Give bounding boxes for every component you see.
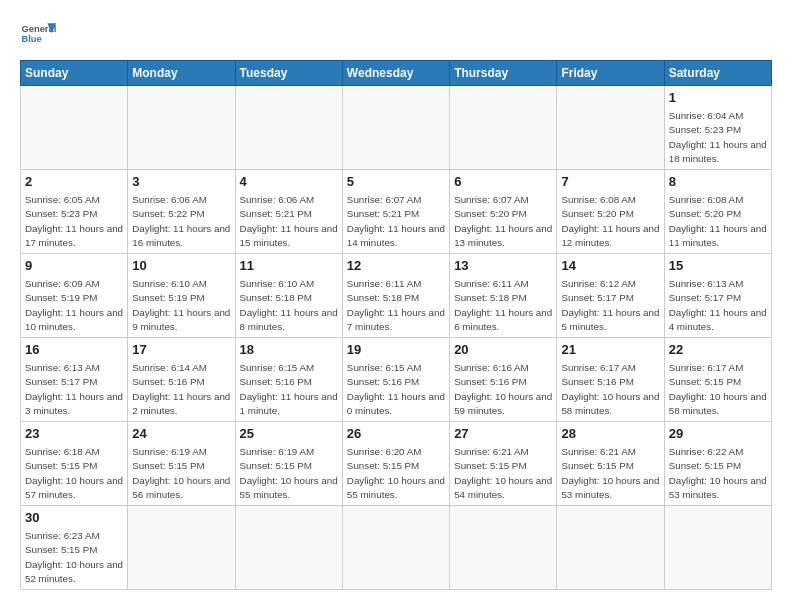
calendar-cell: 22Sunrise: 6:17 AM Sunset: 5:15 PM Dayli… [664,338,771,422]
calendar-week-5: 23Sunrise: 6:18 AM Sunset: 5:15 PM Dayli… [21,422,772,506]
day-info: Sunrise: 6:07 AM Sunset: 5:20 PM Dayligh… [454,193,552,250]
day-number: 1 [669,89,767,107]
day-header-sunday: Sunday [21,61,128,86]
day-number: 21 [561,341,659,359]
calendar-week-6: 30Sunrise: 6:23 AM Sunset: 5:15 PM Dayli… [21,506,772,590]
day-info: Sunrise: 6:11 AM Sunset: 5:18 PM Dayligh… [454,277,552,334]
logo-icon: General Blue [20,16,56,52]
day-info: Sunrise: 6:04 AM Sunset: 5:23 PM Dayligh… [669,109,767,166]
day-number: 6 [454,173,552,191]
calendar-cell: 30Sunrise: 6:23 AM Sunset: 5:15 PM Dayli… [21,506,128,590]
day-info: Sunrise: 6:11 AM Sunset: 5:18 PM Dayligh… [347,277,445,334]
day-info: Sunrise: 6:19 AM Sunset: 5:15 PM Dayligh… [132,445,230,502]
day-number: 26 [347,425,445,443]
day-number: 24 [132,425,230,443]
calendar-cell: 10Sunrise: 6:10 AM Sunset: 5:19 PM Dayli… [128,254,235,338]
calendar-cell: 9Sunrise: 6:09 AM Sunset: 5:19 PM Daylig… [21,254,128,338]
day-number: 13 [454,257,552,275]
day-info: Sunrise: 6:14 AM Sunset: 5:16 PM Dayligh… [132,361,230,418]
calendar-cell: 21Sunrise: 6:17 AM Sunset: 5:16 PM Dayli… [557,338,664,422]
calendar-cell: 24Sunrise: 6:19 AM Sunset: 5:15 PM Dayli… [128,422,235,506]
calendar-cell [342,86,449,170]
calendar-cell: 4Sunrise: 6:06 AM Sunset: 5:21 PM Daylig… [235,170,342,254]
day-header-saturday: Saturday [664,61,771,86]
day-info: Sunrise: 6:20 AM Sunset: 5:15 PM Dayligh… [347,445,445,502]
calendar-cell [664,506,771,590]
day-number: 30 [25,509,123,527]
day-info: Sunrise: 6:23 AM Sunset: 5:15 PM Dayligh… [25,529,123,586]
day-number: 16 [25,341,123,359]
calendar-week-4: 16Sunrise: 6:13 AM Sunset: 5:17 PM Dayli… [21,338,772,422]
day-info: Sunrise: 6:08 AM Sunset: 5:20 PM Dayligh… [561,193,659,250]
calendar-cell: 29Sunrise: 6:22 AM Sunset: 5:15 PM Dayli… [664,422,771,506]
day-header-thursday: Thursday [450,61,557,86]
calendar-cell: 19Sunrise: 6:15 AM Sunset: 5:16 PM Dayli… [342,338,449,422]
day-number: 11 [240,257,338,275]
day-number: 15 [669,257,767,275]
calendar-cell: 6Sunrise: 6:07 AM Sunset: 5:20 PM Daylig… [450,170,557,254]
day-number: 10 [132,257,230,275]
calendar-cell: 18Sunrise: 6:15 AM Sunset: 5:16 PM Dayli… [235,338,342,422]
day-info: Sunrise: 6:12 AM Sunset: 5:17 PM Dayligh… [561,277,659,334]
calendar-table: SundayMondayTuesdayWednesdayThursdayFrid… [20,60,772,590]
calendar-cell: 26Sunrise: 6:20 AM Sunset: 5:15 PM Dayli… [342,422,449,506]
day-number: 19 [347,341,445,359]
day-number: 3 [132,173,230,191]
day-info: Sunrise: 6:06 AM Sunset: 5:22 PM Dayligh… [132,193,230,250]
calendar-cell: 11Sunrise: 6:10 AM Sunset: 5:18 PM Dayli… [235,254,342,338]
day-number: 17 [132,341,230,359]
calendar-cell [450,506,557,590]
day-info: Sunrise: 6:15 AM Sunset: 5:16 PM Dayligh… [347,361,445,418]
calendar-cell: 15Sunrise: 6:13 AM Sunset: 5:17 PM Dayli… [664,254,771,338]
calendar-header: SundayMondayTuesdayWednesdayThursdayFrid… [21,61,772,86]
day-number: 27 [454,425,552,443]
day-info: Sunrise: 6:13 AM Sunset: 5:17 PM Dayligh… [669,277,767,334]
day-info: Sunrise: 6:05 AM Sunset: 5:23 PM Dayligh… [25,193,123,250]
calendar-cell: 1Sunrise: 6:04 AM Sunset: 5:23 PM Daylig… [664,86,771,170]
calendar-cell [557,506,664,590]
day-info: Sunrise: 6:21 AM Sunset: 5:15 PM Dayligh… [561,445,659,502]
day-number: 28 [561,425,659,443]
calendar-cell [128,506,235,590]
calendar-cell: 23Sunrise: 6:18 AM Sunset: 5:15 PM Dayli… [21,422,128,506]
day-info: Sunrise: 6:19 AM Sunset: 5:15 PM Dayligh… [240,445,338,502]
day-info: Sunrise: 6:17 AM Sunset: 5:16 PM Dayligh… [561,361,659,418]
calendar-cell: 25Sunrise: 6:19 AM Sunset: 5:15 PM Dayli… [235,422,342,506]
calendar-cell: 14Sunrise: 6:12 AM Sunset: 5:17 PM Dayli… [557,254,664,338]
day-number: 23 [25,425,123,443]
calendar-week-2: 2Sunrise: 6:05 AM Sunset: 5:23 PM Daylig… [21,170,772,254]
day-number: 20 [454,341,552,359]
day-info: Sunrise: 6:15 AM Sunset: 5:16 PM Dayligh… [240,361,338,418]
svg-text:Blue: Blue [21,34,41,44]
day-info: Sunrise: 6:16 AM Sunset: 5:16 PM Dayligh… [454,361,552,418]
day-number: 8 [669,173,767,191]
day-header-friday: Friday [557,61,664,86]
day-header-tuesday: Tuesday [235,61,342,86]
day-number: 14 [561,257,659,275]
calendar-cell [235,86,342,170]
day-header-wednesday: Wednesday [342,61,449,86]
day-info: Sunrise: 6:07 AM Sunset: 5:21 PM Dayligh… [347,193,445,250]
calendar-cell: 8Sunrise: 6:08 AM Sunset: 5:20 PM Daylig… [664,170,771,254]
day-number: 4 [240,173,338,191]
calendar-cell [450,86,557,170]
day-number: 5 [347,173,445,191]
calendar-cell [21,86,128,170]
day-info: Sunrise: 6:10 AM Sunset: 5:19 PM Dayligh… [132,277,230,334]
header: General Blue [20,16,772,52]
day-number: 9 [25,257,123,275]
day-info: Sunrise: 6:13 AM Sunset: 5:17 PM Dayligh… [25,361,123,418]
day-header-monday: Monday [128,61,235,86]
calendar-body: 1Sunrise: 6:04 AM Sunset: 5:23 PM Daylig… [21,86,772,590]
day-number: 29 [669,425,767,443]
day-info: Sunrise: 6:21 AM Sunset: 5:15 PM Dayligh… [454,445,552,502]
day-info: Sunrise: 6:18 AM Sunset: 5:15 PM Dayligh… [25,445,123,502]
calendar-cell [557,86,664,170]
calendar-cell [128,86,235,170]
day-number: 25 [240,425,338,443]
calendar-cell: 20Sunrise: 6:16 AM Sunset: 5:16 PM Dayli… [450,338,557,422]
calendar-cell [235,506,342,590]
title-block [56,16,772,18]
day-info: Sunrise: 6:09 AM Sunset: 5:19 PM Dayligh… [25,277,123,334]
day-info: Sunrise: 6:08 AM Sunset: 5:20 PM Dayligh… [669,193,767,250]
